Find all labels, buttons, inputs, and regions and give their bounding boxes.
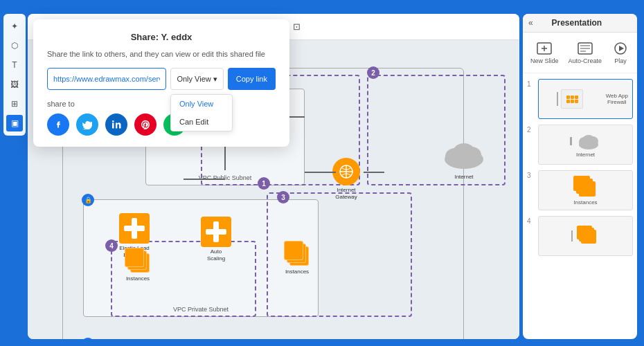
left-toolbar: ✦ ⬡ T 🖼 ⊞ ▣ xyxy=(3,14,26,136)
instances1-icon[interactable]: Instances xyxy=(125,248,151,282)
tool-shape[interactable]: ⬡ xyxy=(6,37,23,54)
badge-1: 1 xyxy=(258,177,270,190)
slide-3-label: Instances xyxy=(573,199,597,206)
slide-num-1: 1 xyxy=(527,79,535,88)
igw-label: InternetGateway xyxy=(335,187,357,200)
slide-thumb-content-1 xyxy=(539,80,602,118)
slide-1-line xyxy=(557,92,558,106)
igw-icon[interactable]: InternetGateway xyxy=(332,158,360,200)
elb2-box xyxy=(119,213,150,244)
slide-2-content: Internet xyxy=(567,129,604,161)
dropdown-label-text: Only View xyxy=(177,75,211,83)
linkedin-share-btn[interactable] xyxy=(105,113,127,136)
modal-desc: Share the link to others, and they can v… xyxy=(47,49,276,60)
slide-3-s1 xyxy=(573,176,590,191)
svg-point-21 xyxy=(112,120,114,122)
badge-4: 4 xyxy=(105,239,118,252)
link-row: Only View ▾ Copy link Only View Can Edit xyxy=(47,68,276,90)
asg-icon[interactable]: AutoScaling xyxy=(201,217,231,262)
twitter-share-btn[interactable] xyxy=(76,113,98,136)
tool-table[interactable]: ⊞ xyxy=(6,95,23,112)
slide-4-line xyxy=(571,230,573,242)
slide-4-stacks xyxy=(575,226,600,246)
copy-link-button[interactable]: Copy link xyxy=(228,68,276,90)
igw-box xyxy=(332,158,360,185)
view-dropdown-btn[interactable]: Only View ▾ xyxy=(170,68,223,90)
right-panel: « Presentation New Slide xyxy=(523,14,637,339)
instances2-icon[interactable]: Instances xyxy=(284,241,310,275)
modal-title: Share: Y. eddx xyxy=(47,32,276,42)
dropdown-arrow-icon: ▾ xyxy=(213,75,217,84)
slide-1-preview xyxy=(557,89,583,109)
panel-header: « Presentation xyxy=(523,14,637,33)
slide-4-row xyxy=(571,226,600,246)
conn7 xyxy=(364,172,384,173)
auto-create-icon xyxy=(576,41,594,56)
panel-title: Presentation xyxy=(552,18,602,28)
auto-create-svg xyxy=(578,42,593,55)
asg-box xyxy=(201,217,231,247)
internet-label: Internet xyxy=(454,174,473,181)
slide-item-1[interactable]: 1 xyxy=(526,76,634,122)
tool-image[interactable]: 🖼 xyxy=(6,76,23,93)
social-icons xyxy=(47,113,276,136)
play-svg xyxy=(614,42,627,55)
slide-2-line xyxy=(570,137,572,145)
share-modal: Share: Y. eddx Share the link to others,… xyxy=(33,19,289,147)
slide-1-thumb-box xyxy=(561,89,583,109)
slide-item-2[interactable]: 2 Internet xyxy=(526,122,634,167)
link-input[interactable] xyxy=(47,68,166,90)
facebook-icon xyxy=(53,120,63,129)
slide-4-content xyxy=(569,223,603,249)
dropdown-menu: Only View Can Edit xyxy=(170,94,233,131)
slide-item-4[interactable]: 4 xyxy=(526,213,634,259)
lock1-icon: 🔒 xyxy=(82,194,94,206)
asg-cross xyxy=(206,221,226,242)
igw-svg xyxy=(339,164,354,179)
tool-present[interactable]: ▣ xyxy=(6,115,23,131)
new-slide-icon xyxy=(535,41,553,56)
new-slide-action[interactable]: New Slide xyxy=(526,38,563,67)
internet-cloud-svg xyxy=(440,137,488,172)
dropdown-option-only-view[interactable]: Only View xyxy=(171,95,232,113)
instances1-label: Instances xyxy=(126,275,150,282)
slide-num-4: 4 xyxy=(527,216,535,225)
tool-sq[interactable]: ⊡ xyxy=(289,19,304,35)
internet-cloud: Internet xyxy=(440,137,488,181)
slide-thumb-2: Internet xyxy=(538,125,633,165)
slide-item-3[interactable]: 3 Instances xyxy=(526,167,634,213)
auto-create-action[interactable]: Auto-Create xyxy=(564,38,606,67)
play-action[interactable]: Play xyxy=(607,38,634,67)
badge-3: 3 xyxy=(277,191,289,203)
facebook-share-btn[interactable] xyxy=(47,113,69,136)
svg-rect-20 xyxy=(112,123,114,129)
conn6 xyxy=(305,172,336,173)
pinterest-icon xyxy=(141,120,150,129)
new-slide-svg xyxy=(537,42,552,55)
slide-num-2: 2 xyxy=(527,125,535,134)
elb2-cross xyxy=(124,218,145,239)
slide-3-content: Instances xyxy=(571,173,601,208)
tool-cursor[interactable]: ✦ xyxy=(6,18,23,35)
slide-2-cloud-svg xyxy=(576,132,601,150)
dropdown-option-can-edit[interactable]: Can Edit xyxy=(171,113,232,131)
pinterest-share-btn[interactable] xyxy=(134,113,156,136)
slide-4-s1 xyxy=(577,226,592,239)
asg-label: AutoScaling xyxy=(207,248,225,262)
slide-thumb-1: Web App Firewall xyxy=(538,79,633,119)
slide-1-grid xyxy=(566,95,578,103)
tool-text[interactable]: T xyxy=(6,57,23,73)
auto-create-label: Auto-Create xyxy=(568,57,602,64)
twitter-icon xyxy=(82,120,92,129)
new-slide-label: New Slide xyxy=(530,57,559,64)
play-label: Play xyxy=(614,57,627,64)
conn5 xyxy=(184,179,225,180)
slide-2-label: Internet xyxy=(576,152,595,158)
slide-2-row xyxy=(570,132,601,150)
play-icon xyxy=(611,41,629,56)
panel-actions: New Slide Auto-Create Play xyxy=(523,33,637,73)
slide-3-stacks xyxy=(573,176,598,198)
panel-expand-icon[interactable]: « xyxy=(528,18,533,28)
slide-list: 1 xyxy=(523,73,637,339)
svg-point-19 xyxy=(582,135,595,145)
